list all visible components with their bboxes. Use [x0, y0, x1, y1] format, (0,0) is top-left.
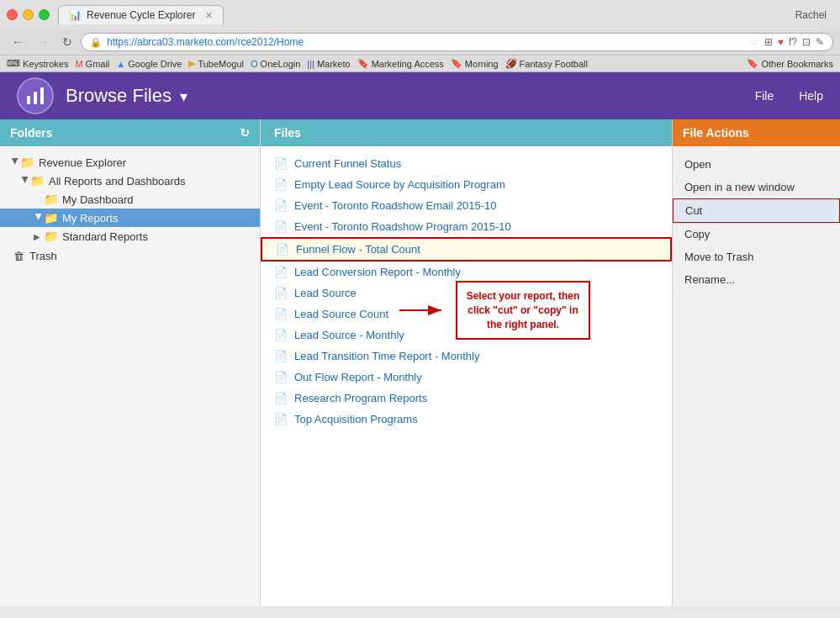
back-button[interactable]: ← — [7, 34, 29, 50]
bookmark-tubemogul[interactable]: ▶ TubeMogul — [188, 58, 244, 69]
action-open[interactable]: Open — [673, 153, 840, 176]
doc-icon: 📄 — [274, 157, 288, 170]
doc-icon: 📄 — [274, 287, 288, 299]
browser-chrome: 📊 Revenue Cycle Explorer ✕ Rachel ← → ↻ … — [0, 0, 840, 72]
doc-icon: 📄 — [274, 329, 288, 341]
user-name: Rachel — [795, 9, 833, 21]
file-item[interactable]: 📄 Lead Transition Time Report - Monthly — [261, 346, 672, 367]
app-container: Browse Files ▾ File Help Folders ↻ ▶ 📁 R… — [0, 72, 840, 606]
main-content: Folders ↻ ▶ 📁 Revenue Explorer ▶ 📁 All R… — [0, 119, 840, 606]
doc-icon: 📄 — [274, 220, 288, 233]
folder-icon: 📁 — [44, 230, 58, 243]
bookmark-fantasy-football[interactable]: 🏈 Fantasy Football — [505, 58, 588, 69]
reload-button[interactable]: ↻ — [57, 34, 77, 50]
bookmark-google-drive[interactable]: ▲ Google Drive — [116, 59, 182, 69]
doc-icon: 📄 — [274, 413, 288, 425]
files-panel: Files 📄 Current Funnel Status 📄 Empty Le… — [261, 119, 672, 606]
callout-container: Select your report, then click "cut" or … — [446, 274, 600, 346]
bookmark-marketo[interactable]: ||| Marketo — [307, 59, 350, 69]
doc-icon: 📄 — [274, 178, 288, 191]
callout-tooltip: Select your report, then click "cut" or … — [456, 281, 590, 340]
tab-title: Revenue Cycle Explorer — [87, 9, 195, 21]
folder-icon: 📁 — [20, 156, 34, 169]
bookmark-gmail[interactable]: M Gmail — [75, 59, 109, 69]
file-item[interactable]: 📄 Event - Toronto Roadshow Email 2015-10 — [261, 195, 672, 216]
bookmark-morning[interactable]: 🔖 Morning — [451, 58, 499, 69]
nav-file[interactable]: File — [755, 86, 774, 106]
expand-arrow: ▶ — [21, 176, 30, 186]
expand-arrow: ▶ — [34, 232, 44, 241]
file-actions-list: Open Open in a new window Cut Copy Move … — [673, 146, 840, 298]
action-cut[interactable]: Cut — [673, 198, 840, 223]
doc-icon: 📄 — [274, 266, 288, 278]
doc-icon: 📄 — [274, 371, 288, 383]
address-icons: ☆ ⊞ ♥ f? ⊡ ✎ — [750, 36, 824, 48]
folder-icon: 📁 — [44, 211, 58, 224]
action-copy[interactable]: Copy — [673, 223, 840, 246]
tab-icon: 📊 — [69, 9, 82, 21]
address-bar[interactable]: 🔒 https://abrca03.marketo.com/rce2012/Ho… — [81, 33, 833, 51]
bookmark-marketing-access[interactable]: 🔖 Marketing Access — [357, 58, 444, 69]
callout-arrow-svg — [395, 293, 446, 327]
expand-arrow: ▶ — [11, 157, 20, 167]
action-rename[interactable]: Rename... — [673, 268, 840, 291]
doc-icon: 📄 — [274, 350, 288, 362]
browser-nav: ← → ↻ 🔒 https://abrca03.marketo.com/rce2… — [0, 29, 840, 55]
doc-icon: 📄 — [274, 392, 288, 404]
sidebar-item-revenue-explorer[interactable]: ▶ 📁 Revenue Explorer — [0, 153, 260, 172]
browser-tab[interactable]: 📊 Revenue Cycle Explorer ✕ — [58, 5, 224, 24]
file-item[interactable]: 📄 Lead Source — [261, 283, 672, 304]
app-logo — [17, 77, 54, 114]
header-nav: File Help — [755, 86, 823, 106]
sidebar-item-my-reports[interactable]: ▶ 📁 My Reports — [0, 209, 260, 227]
doc-icon: 📄 — [276, 243, 289, 256]
file-actions-header: File Actions — [673, 119, 840, 146]
file-item[interactable]: 📄 Event - Toronto Roadshow Program 2015-… — [261, 216, 672, 237]
sidebar: Folders ↻ ▶ 📁 Revenue Explorer ▶ 📁 All R… — [0, 119, 261, 606]
folder-icon: 📁 — [30, 174, 45, 188]
url-text: https://abrca03.marketo.com/rce2012/Home — [107, 36, 304, 48]
app-title: Browse Files ▾ — [66, 85, 755, 107]
right-panel: File Actions Open Open in a new window C… — [672, 119, 840, 606]
bookmark-keystrokes[interactable]: ⌨ Keystrokes — [7, 58, 68, 69]
sidebar-content: ▶ 📁 Revenue Explorer ▶ 📁 All Reports and… — [0, 146, 260, 606]
sidebar-item-my-dashboard[interactable]: 📁 My Dashboard — [0, 190, 260, 209]
files-list: 📄 Current Funnel Status 📄 Empty Lead Sou… — [261, 146, 672, 606]
file-item[interactable]: 📄 Research Program Reports — [261, 388, 672, 409]
file-item[interactable]: 📄 Top Acquisition Programs — [261, 409, 672, 430]
sidebar-item-standard-reports[interactable]: ▶ 📁 Standard Reports — [0, 227, 260, 246]
action-open-new-window[interactable]: Open in a new window — [673, 176, 840, 198]
action-move-to-trash[interactable]: Move to Trash — [673, 246, 840, 268]
close-button[interactable] — [7, 9, 18, 20]
refresh-icon[interactable]: ↻ — [240, 126, 250, 140]
forward-button[interactable]: → — [32, 34, 54, 50]
svg-rect-0 — [27, 96, 30, 104]
bookmark-onelogin[interactable]: O OneLogin — [251, 59, 300, 69]
maximize-button[interactable] — [39, 9, 50, 20]
files-header: Files — [261, 119, 672, 146]
app-header: Browse Files ▾ File Help — [0, 72, 840, 119]
sidebar-item-all-reports[interactable]: ▶ 📁 All Reports and Dashboards — [0, 172, 260, 190]
sidebar-item-trash[interactable]: 🗑 Trash — [0, 246, 260, 267]
nav-help[interactable]: Help — [799, 86, 823, 106]
bookmarks-bar: ⌨ Keystrokes M Gmail ▲ Google Drive ▶ Tu… — [0, 55, 840, 71]
file-item[interactable]: 📄 Current Funnel Status — [261, 153, 672, 174]
sidebar-header: Folders ↻ — [0, 119, 260, 146]
trash-icon: 🗑 — [13, 250, 24, 262]
minimize-button[interactable] — [23, 9, 34, 20]
file-item[interactable]: 📄 Out Flow Report - Monthly — [261, 367, 672, 388]
folder-icon: 📁 — [44, 193, 58, 206]
file-item[interactable]: 📄 Empty Lead Source by Acquisition Progr… — [261, 174, 672, 195]
svg-rect-1 — [34, 92, 37, 104]
expand-arrow: ▶ — [34, 213, 44, 223]
bookmark-other[interactable]: 🔖 Other Bookmarks — [747, 58, 833, 69]
svg-rect-2 — [40, 87, 44, 104]
file-item-selected[interactable]: 📄 Funnel Flow - Total Count — [261, 237, 672, 261]
doc-icon: 📄 — [274, 308, 288, 320]
tab-close-button[interactable]: ✕ — [205, 10, 213, 21]
doc-icon: 📄 — [274, 199, 288, 212]
